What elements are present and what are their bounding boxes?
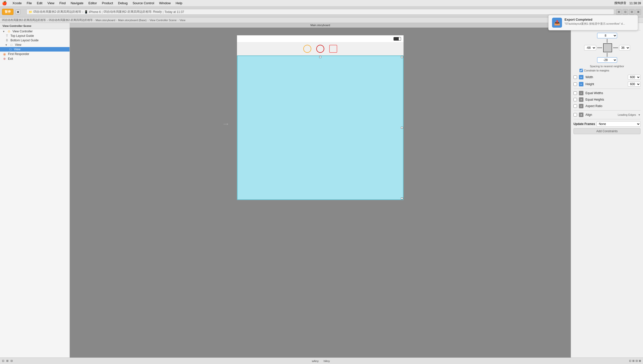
sidebar-item-exit[interactable]: ⊗ Exit: [0, 56, 70, 61]
height-icon: H: [579, 82, 583, 86]
update-frames-dropdown[interactable]: None: [597, 121, 640, 127]
constraint-middle-row: -68 36: [584, 43, 630, 52]
scene-icon-2: [316, 45, 324, 53]
constraint-right-input[interactable]: 36: [619, 45, 630, 50]
align-icon: ⊠: [579, 112, 583, 117]
iphone-status-bar: [237, 35, 404, 42]
height-row: H Height 600: [573, 81, 640, 87]
align-row: ⊠ Align Leading Edges ▼: [573, 112, 640, 118]
width-checkbox[interactable]: [573, 76, 577, 79]
height-label: Height: [585, 82, 626, 86]
menu-source-control[interactable]: Source Control: [130, 1, 157, 6]
menu-edit[interactable]: Edit: [34, 1, 45, 6]
sidebar-item-top-layout[interactable]: T Top Layout Guide: [0, 34, 70, 38]
constraint-tool-icon-4[interactable]: ⊠: [639, 359, 641, 362]
bottom-layout-icon: B: [5, 38, 9, 42]
equal-widths-checkbox[interactable]: [573, 91, 577, 95]
menu-find[interactable]: Find: [57, 1, 68, 6]
handle-bottom-right[interactable]: [401, 198, 403, 200]
editor-icon-3[interactable]: ⊟: [629, 9, 634, 15]
constraint-left-input[interactable]: -68: [584, 45, 596, 50]
constraint-tool-icon-3[interactable]: ⊟: [635, 359, 638, 362]
editor-icon-2[interactable]: ⊡: [622, 9, 628, 15]
path-item-5[interactable]: View Controller Scene: [150, 19, 177, 22]
battery-icon: [394, 37, 401, 40]
handle-right[interactable]: [401, 127, 403, 129]
constraint-tool-icon-1[interactable]: ⊡: [629, 359, 631, 362]
grid-icon-1[interactable]: ⊞: [6, 359, 9, 362]
sidebar-item-view-child[interactable]: □ View: [0, 47, 70, 52]
align-dropdown-arrow-icon[interactable]: ▼: [638, 114, 640, 116]
iphone-icons-row: [237, 42, 404, 56]
equal-heights-icon: ⊟: [579, 97, 583, 102]
menu-file[interactable]: File: [24, 1, 34, 6]
align-checkbox[interactable]: [573, 113, 577, 116]
export-notification: 📤 Export Completed "07autolayout案例1-按钮居中…: [548, 15, 638, 30]
sidebar-item-view-controller[interactable]: ▼ ⊙ View Controller: [0, 29, 70, 34]
grid-icon-2[interactable]: ⊟: [11, 359, 13, 362]
menu-debug[interactable]: Debug: [116, 1, 130, 6]
equal-heights-row: ⊟ Equal Heights: [573, 97, 640, 102]
project-icon: 📁: [29, 10, 32, 14]
apple-menu[interactable]: 🍎: [2, 1, 7, 6]
view-child-icon: □: [9, 48, 13, 51]
sidebar-item-view[interactable]: ▼ □ View: [0, 42, 70, 47]
editor-icon-4[interactable]: ⊠: [635, 9, 641, 15]
menu-help[interactable]: Help: [173, 1, 185, 6]
connector-top-icon: [607, 39, 607, 43]
stop-button[interactable]: ■: [16, 10, 21, 14]
path-item-4[interactable]: Main.storyboard (Base): [118, 19, 147, 22]
add-constraints-button[interactable]: Add Constraints: [573, 128, 640, 134]
pause-button[interactable]: 暂停: [2, 9, 14, 15]
sidebar-item-bottom-layout[interactable]: B Bottom Layout Guide: [0, 38, 70, 42]
project-name[interactable]: 05自动布局案例2-距离四周边距相等: [33, 10, 81, 14]
export-filename: "07autolayout案例1-按钮居中显示.screenflow" d...: [564, 22, 625, 26]
height-value[interactable]: 600: [628, 82, 640, 87]
path-item-2[interactable]: 05自动布局案例2-距离四周边距相等: [49, 18, 93, 22]
constraints-panel: Add New Constraints 8 -68 3: [571, 23, 643, 358]
constraint-top-input[interactable]: 8: [597, 33, 617, 38]
sidebar-item-label: Bottom Layout Guide: [11, 38, 39, 42]
handle-top[interactable]: [319, 56, 321, 58]
device-name[interactable]: iPhone 6: [89, 10, 101, 14]
constrain-to-margins-checkbox[interactable]: [579, 69, 583, 72]
width-value[interactable]: 600: [628, 75, 640, 80]
toolbar-breadcrumb: 📁 05自动布局案例2-距离四周边距相等 › 📱 iPhone 6 | 05自动…: [27, 9, 614, 15]
path-item-3[interactable]: Main.storyboard: [96, 19, 115, 22]
structure-icon[interactable]: ⊡: [2, 359, 4, 362]
sidebar-item-first-responder[interactable]: ◉ First Responder: [0, 52, 70, 56]
constraint-box-icon: [603, 43, 612, 52]
handle-top-right[interactable]: [401, 56, 403, 58]
device-icon: 📱: [84, 10, 88, 14]
height-checkbox[interactable]: [573, 82, 577, 86]
pathbar: 05自动布局案例2-距离四周边距相等 › 05自动布局案例2-距离四周边距相等 …: [0, 18, 643, 23]
align-label: Align: [585, 113, 615, 116]
view-content[interactable]: [237, 56, 404, 200]
w-any-label: wAny: [312, 360, 319, 362]
clock: 11:38:39: [629, 2, 641, 5]
menu-editor[interactable]: Editor: [86, 1, 99, 6]
equal-heights-checkbox[interactable]: [573, 98, 577, 101]
sidebar-item-label: View: [14, 48, 21, 51]
constraint-bottom-input[interactable]: -28: [597, 57, 617, 63]
equal-widths-label: Equal Widths: [585, 91, 640, 95]
build-status: 05自动布局案例2-距离四周边距相等: Ready: [104, 10, 162, 14]
expand-arrow-icon: ▼: [3, 30, 5, 33]
menu-view[interactable]: View: [45, 1, 57, 6]
path-item-1[interactable]: 05自动布局案例2-距离四周边距相等: [2, 18, 46, 22]
menu-navigate[interactable]: Navigate: [68, 1, 86, 6]
constraint-bottom-row: -28: [597, 57, 617, 63]
path-item-6[interactable]: View: [179, 19, 185, 22]
menu-xcode[interactable]: Xcode: [10, 1, 24, 6]
editor-icon-1[interactable]: ⊞: [616, 9, 621, 15]
connector-bottom-icon: [607, 53, 607, 57]
constrain-to-margins-row: Constrain to margins: [579, 69, 640, 72]
width-icon: W: [579, 75, 583, 80]
aspect-ratio-checkbox[interactable]: [573, 104, 577, 108]
sidebar-item-label: Top Layout Guide: [11, 34, 34, 38]
menu-window[interactable]: Window: [157, 1, 173, 6]
menu-product[interactable]: Product: [99, 1, 116, 6]
canvas-area: Main.storyboard →: [70, 23, 571, 358]
constraint-tool-icon-2[interactable]: ⊞: [632, 359, 634, 362]
sidebar: View Controller Scene ▼ ⊙ View Controlle…: [0, 23, 70, 358]
